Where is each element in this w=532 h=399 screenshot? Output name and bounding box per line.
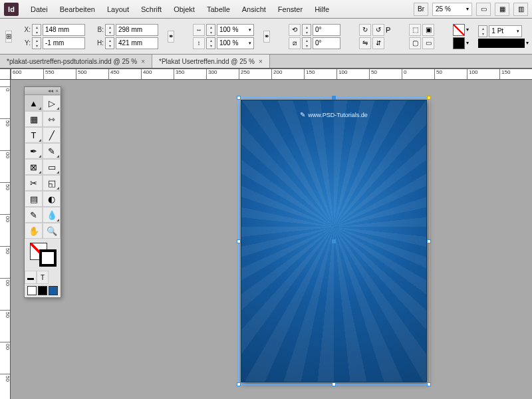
vertical-ruler[interactable]: 0 50 00 50 00 50 00 50 00 50 bbox=[0, 80, 11, 399]
reference-point-icon[interactable]: ⊞ bbox=[5, 31, 12, 43]
menu-bar: Id Datei Bearbeiten Layout Schrift Objek… bbox=[0, 0, 532, 19]
menu-type[interactable]: Schrift bbox=[136, 3, 167, 16]
workspace-button[interactable]: ▥ bbox=[513, 3, 528, 16]
stroke-swatch[interactable] bbox=[453, 37, 465, 49]
handle-bot-left[interactable] bbox=[237, 382, 241, 386]
ruler-origin[interactable] bbox=[0, 69, 11, 80]
line-tool[interactable]: ╱ bbox=[43, 127, 61, 143]
fit-content-icon[interactable]: ▢ bbox=[409, 37, 421, 49]
zoom-level-dropdown[interactable]: 25 % bbox=[432, 3, 472, 16]
rectangle-tool[interactable]: ▭ bbox=[43, 159, 61, 175]
handle-top-mid[interactable] bbox=[332, 96, 336, 100]
handle-bot-right[interactable] bbox=[427, 382, 431, 386]
note-tool[interactable]: ✎ bbox=[25, 207, 43, 223]
selection-tool[interactable]: ▲ bbox=[25, 95, 43, 111]
gap-tool[interactable]: ⇿ bbox=[43, 111, 61, 127]
stroke-stepper[interactable]: ▴▾ bbox=[478, 25, 487, 37]
scalex-stepper[interactable]: ▴▾ bbox=[206, 24, 215, 36]
scale-x-icon: ↔ bbox=[193, 24, 205, 36]
menu-layout[interactable]: Layout bbox=[102, 3, 134, 16]
shear-stepper[interactable]: ▴▾ bbox=[302, 37, 311, 49]
direct-selection-tool[interactable]: ▷ bbox=[43, 95, 61, 111]
stroke-style-dropdown[interactable] bbox=[478, 39, 525, 48]
stroke-proxy[interactable] bbox=[39, 249, 57, 267]
handle-mid-left[interactable] bbox=[237, 239, 241, 243]
menu-help[interactable]: Hilfe bbox=[309, 3, 334, 16]
close-icon[interactable]: × bbox=[141, 58, 145, 65]
flip-h-icon[interactable]: ⇋ bbox=[359, 37, 371, 49]
w-stepper[interactable]: ▴▾ bbox=[105, 24, 114, 36]
gradient-swatch-tool[interactable]: ▤ bbox=[25, 191, 43, 207]
canvas-area[interactable]: www.PSD-Tutorials.de bbox=[11, 80, 532, 399]
handle-top-left[interactable] bbox=[237, 96, 241, 100]
constrain-wh-icon[interactable]: ⚭ bbox=[168, 31, 174, 43]
free-transform-tool[interactable]: ◱ bbox=[43, 175, 61, 191]
close-icon[interactable]: × bbox=[259, 58, 263, 65]
menu-edit[interactable]: Bearbeiten bbox=[55, 3, 100, 16]
h-input[interactable]: 421 mm bbox=[116, 37, 158, 49]
tools-panel-header[interactable]: ◂◂× bbox=[25, 87, 61, 95]
gradient-feather-tool[interactable]: ◐ bbox=[43, 191, 61, 207]
y-input[interactable]: -1 mm bbox=[43, 37, 85, 49]
handle-center[interactable] bbox=[332, 239, 336, 243]
menu-view[interactable]: Ansicht bbox=[237, 3, 271, 16]
rotate-cw-icon[interactable]: ↻ bbox=[359, 24, 371, 36]
document-tab-1[interactable]: *plakat-usertreffen-psdtutorials.indd @ … bbox=[0, 55, 152, 68]
handle-bot-mid[interactable] bbox=[332, 382, 336, 386]
selection-bounding-box[interactable] bbox=[238, 97, 430, 385]
hand-tool[interactable]: ✋ bbox=[25, 223, 43, 239]
fill-stroke-proxy[interactable] bbox=[25, 239, 61, 271]
zoom-tool[interactable]: 🔍 bbox=[43, 223, 61, 239]
y-stepper[interactable]: ▴▾ bbox=[32, 37, 41, 49]
collapse-icon[interactable]: ◂◂ bbox=[48, 88, 53, 94]
formatting-text-button[interactable]: T bbox=[37, 271, 49, 284]
horizontal-ruler[interactable]: 600 550 500 450 400 350 300 250 200 150 … bbox=[11, 69, 532, 80]
document-tab-2[interactable]: *Plakat Usertreffen.indd @ 25 %× bbox=[152, 55, 270, 68]
fit-frame-icon[interactable]: ▭ bbox=[422, 37, 434, 49]
arrange-button[interactable]: ▦ bbox=[495, 3, 509, 16]
rotate-input[interactable]: 0° bbox=[313, 24, 340, 36]
eyedropper-tool[interactable]: 💧 bbox=[43, 207, 61, 223]
screen-mode-button[interactable]: ▭ bbox=[476, 3, 491, 16]
x-stepper[interactable]: ▴▾ bbox=[32, 24, 41, 36]
w-label: B: bbox=[94, 26, 104, 33]
y-label: Y: bbox=[21, 39, 31, 47]
scaley-stepper[interactable]: ▴▾ bbox=[206, 37, 215, 49]
tab-title: *plakat-usertreffen-psdtutorials.indd @ … bbox=[7, 58, 137, 65]
scale-y-icon: ↕ bbox=[193, 37, 205, 49]
scissors-tool[interactable]: ✂ bbox=[25, 175, 43, 191]
tools-panel[interactable]: ◂◂× ▲ ▷ ▦ ⇿ T ╱ ✒ ✎ ⊠ ▭ ✂ ◱ ▤ ◐ ✎ 💧 ✋ 🔍 … bbox=[24, 86, 61, 298]
menu-object[interactable]: Objekt bbox=[168, 3, 200, 16]
scale-x-input[interactable]: 100 % bbox=[217, 24, 254, 36]
menu-table[interactable]: Tabelle bbox=[201, 3, 235, 16]
flip-v-icon[interactable]: ⇵ bbox=[372, 37, 384, 49]
stroke-weight-input[interactable]: 1 Pt bbox=[489, 25, 522, 37]
shear-input[interactable]: 0° bbox=[313, 37, 340, 49]
rectangle-frame-tool[interactable]: ⊠ bbox=[25, 159, 43, 175]
bridge-button[interactable]: Br bbox=[414, 3, 428, 16]
select-container-icon[interactable]: ⬚ bbox=[409, 24, 421, 36]
menu-window[interactable]: Fenster bbox=[273, 3, 308, 16]
apply-black-swatch[interactable] bbox=[38, 286, 47, 295]
menu-file[interactable]: Datei bbox=[25, 3, 53, 16]
x-input[interactable]: 148 mm bbox=[43, 24, 85, 36]
w-input[interactable]: 298 mm bbox=[116, 24, 158, 36]
scale-y-input[interactable]: 100 % bbox=[217, 37, 254, 49]
handle-top-right[interactable] bbox=[427, 96, 431, 100]
select-content-icon[interactable]: ▣ bbox=[422, 24, 434, 36]
type-tool[interactable]: T bbox=[25, 127, 43, 143]
apply-none-swatch[interactable] bbox=[27, 286, 37, 295]
pencil-tool[interactable]: ✎ bbox=[43, 143, 61, 159]
apply-color-button[interactable]: ▬ bbox=[25, 271, 37, 284]
pen-tool[interactable]: ✒ bbox=[25, 143, 43, 159]
page-tool[interactable]: ▦ bbox=[25, 111, 43, 127]
fill-swatch[interactable] bbox=[453, 24, 465, 36]
constrain-scale-icon[interactable]: ⚭ bbox=[263, 31, 270, 43]
rotate-icon: ⟲ bbox=[289, 24, 301, 36]
rot-stepper[interactable]: ▴▾ bbox=[302, 24, 311, 36]
handle-mid-right[interactable] bbox=[427, 239, 431, 243]
close-icon[interactable]: × bbox=[55, 88, 59, 94]
h-stepper[interactable]: ▴▾ bbox=[105, 37, 114, 49]
rotate-ccw-icon[interactable]: ↺ bbox=[372, 24, 384, 36]
apply-blue-swatch[interactable] bbox=[49, 286, 58, 295]
